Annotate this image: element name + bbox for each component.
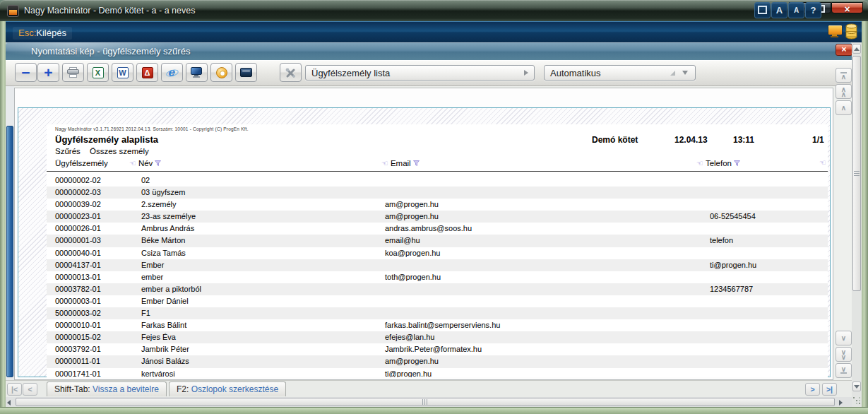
thumb-grip: [422, 399, 428, 405]
tab-edit-columns[interactable]: F2: Oszlopok szerkesztése: [169, 382, 286, 396]
font-larger-button[interactable]: A: [771, 2, 787, 18]
font-smaller-button[interactable]: A: [788, 2, 804, 18]
left-scrollbar-thumb[interactable]: [6, 126, 13, 377]
double-chevron-down-icon: ∨: [841, 355, 846, 360]
table-cell: 00000002-03: [55, 187, 101, 199]
table-cell: 50000003-02: [55, 307, 101, 319]
app-icon-accent: [9, 10, 17, 15]
line-up-button[interactable]: ∧: [836, 100, 852, 115]
table-cell: 00003792-01: [55, 343, 101, 355]
table-cell: Jambrik.Peter@formatex.hu: [385, 343, 482, 355]
column-header-nev[interactable]: ☜ Név: [129, 159, 161, 167]
preview-close-button[interactable]: ×: [836, 44, 852, 56]
view-screen-button[interactable]: [186, 63, 208, 82]
thumb-grip: [854, 171, 860, 177]
command-bar: Esc:Kilépés: [6, 21, 862, 42]
scroll-top-button[interactable]: ∧: [836, 68, 852, 83]
chevron-up-icon: ∧: [841, 74, 846, 79]
export-word-button[interactable]: W: [112, 63, 133, 82]
briefcase-icon: [240, 68, 252, 77]
zoom-in-button[interactable]: +: [37, 63, 59, 82]
table-row: 00001741-01kertvárositi@progen.hu: [47, 368, 828, 378]
prev-record-button[interactable]: <: [23, 383, 37, 396]
drag-hand-icon: ☜: [381, 159, 388, 167]
report-title: Ügyfélszemély alaplista: [55, 134, 158, 145]
pdf-icon: Δ: [142, 67, 153, 78]
page-down-button[interactable]: ∨∨: [836, 347, 852, 362]
table-cell: 2.személy: [141, 199, 177, 211]
page-up-button[interactable]: ∧∧: [836, 84, 852, 99]
table-cell: email@hu: [385, 235, 420, 247]
table-row: 00000003-01Ember Dániel: [47, 295, 828, 307]
monitor-icon: [191, 67, 203, 78]
open-browser-button[interactable]: e: [161, 63, 183, 82]
column-header-telefon[interactable]: ☜ Telefon: [696, 159, 740, 167]
database-coins-icon[interactable]: [845, 23, 857, 40]
window-border-left: [0, 21, 6, 407]
table-cell: kertvárosi: [141, 368, 175, 378]
scroll-bottom-button[interactable]: ∨: [836, 363, 852, 378]
scroll-down-button[interactable]: [852, 382, 861, 391]
resize-grip[interactable]: [853, 397, 855, 398]
last-record-button[interactable]: >|: [822, 383, 837, 396]
table-row: 00000026-01Ambrus Andrásandras.ambrus@so…: [47, 223, 828, 235]
window-mode-button[interactable]: [754, 2, 771, 18]
scroll-right-icon[interactable]: [839, 400, 843, 406]
next-record-button[interactable]: >: [805, 383, 820, 396]
drag-hand-icon: ☜: [819, 158, 826, 167]
table-cell: Ambrus András: [141, 223, 194, 235]
archive-button[interactable]: [235, 63, 257, 82]
table-row: 00003792-01Jambrik PéterJambrik.Peter@fo…: [47, 343, 828, 355]
horizontal-scrollbar-thumb[interactable]: [16, 398, 835, 406]
table-cell: 00000026-01: [55, 223, 101, 235]
vertical-scrollbar-thumb[interactable]: [852, 56, 861, 291]
table-row: 00000039-022.személyam@progen.hu: [47, 199, 828, 211]
print-button[interactable]: [62, 63, 84, 82]
column-header-email[interactable]: ☜ Email: [381, 159, 420, 167]
window-icon: [758, 6, 767, 14]
chevron-down-icon: ∨: [841, 367, 846, 372]
monitor-tray-icon[interactable]: [828, 25, 842, 37]
table-row: 00000013-01embertoth@progen.hu: [47, 271, 828, 283]
esc-exit-button[interactable]: Esc:Kilépés: [13, 27, 72, 40]
scroll-up-button[interactable]: [852, 44, 861, 54]
table-cell: Jambrik Péter: [141, 343, 189, 355]
table-cell: Jánosi Balázs: [141, 355, 189, 367]
filter-funnel-icon[interactable]: [155, 160, 161, 166]
window-border-right: [862, 21, 868, 407]
zoom-selector[interactable]: Automatikus: [544, 65, 696, 81]
settings-button[interactable]: [280, 63, 302, 82]
close-icon: ×: [844, 4, 850, 15]
table-cell: 23-as személye: [141, 211, 196, 223]
export-pdf-button[interactable]: Δ: [136, 63, 158, 82]
table-cell: ember: [141, 271, 163, 283]
column-header-partial: ☜: [819, 159, 826, 167]
table-row: 50000003-02F1: [47, 307, 828, 319]
export-excel-button[interactable]: X: [87, 63, 109, 82]
table-cell: Csiza Tamás: [141, 247, 186, 259]
table-row: 00003782-01ember a piktorból1234567787: [47, 283, 828, 295]
tools-icon: [285, 67, 297, 78]
internet-explorer-icon: e: [166, 66, 179, 79]
table-cell: ti@progen.hu: [710, 259, 756, 271]
filter-funnel-icon[interactable]: [413, 160, 420, 166]
help-button[interactable]: ?: [805, 2, 821, 18]
expand-right-icon: [524, 70, 528, 76]
first-record-button[interactable]: |<: [7, 383, 22, 396]
report-selector[interactable]: Ügyfélszemély lista: [305, 65, 535, 81]
table-cell: 03 ügyfszem: [141, 187, 185, 199]
table-row: 00000040-01Csiza Tamáskoa@progen.hu: [47, 247, 828, 259]
tab-back-to-entry[interactable]: Shift-Tab: Vissza a bevitelre: [47, 382, 167, 396]
filter-funnel-icon[interactable]: [734, 160, 740, 166]
chevron-down-icon: ∨: [841, 336, 846, 341]
line-down-button[interactable]: ∨: [836, 331, 852, 345]
app-icon[interactable]: [7, 5, 19, 17]
scroll-left-icon[interactable]: [7, 400, 11, 406]
send-outlook-button[interactable]: [210, 63, 232, 82]
table-cell: koa@progen.hu: [385, 247, 440, 259]
table-body: 00000002-020200000002-0303 ügyfszem00000…: [47, 175, 828, 377]
zoom-out-icon: −: [21, 66, 30, 80]
table-cell: 00000011-01: [55, 355, 100, 367]
zoom-out-button[interactable]: −: [15, 63, 37, 82]
close-button[interactable]: ×: [831, 2, 863, 13]
